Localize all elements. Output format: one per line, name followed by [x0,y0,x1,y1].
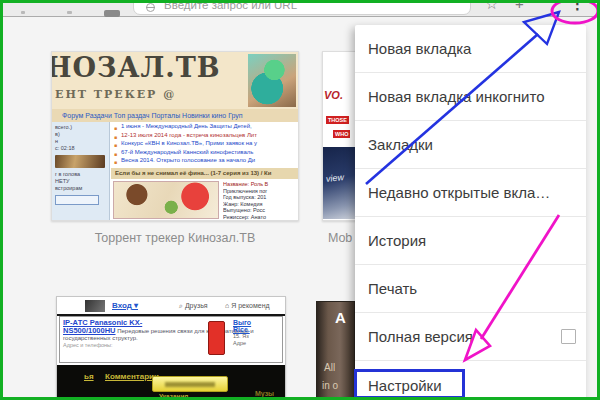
sidebar-line: встроирам [55,185,106,192]
menu-item-label: Новая вкладка [368,40,471,57]
ad-right-text: 15. Яз [233,333,279,340]
settings-highlight-box [354,369,465,399]
news-line: ■12-13 июля 2014 года - встреча кинозаль… [111,131,298,140]
mobile-photo: view [323,147,356,219]
home-icon[interactable] [104,10,120,17]
music-button [152,376,228,392]
dark-tile-letter: A [335,309,346,326]
music-link: ья [84,372,94,381]
feature-title: Если бы я не снимал её фина... (1-7 сери… [111,168,298,179]
toolbar-stub-icon [67,11,72,14]
ad-right-link: Выго [233,319,279,326]
meta-line: Режиссер: Анато [223,214,297,221]
news-line: ■Весна 2014. Открыто голосование за нача… [111,156,298,165]
sidebar-line: н [55,138,106,145]
meta-line: Название: Роль В [223,181,297,188]
comments-link: Комментарии [105,372,159,381]
menu-item-label: Новая вкладка инкогнито [368,88,544,105]
menu-item-new-tab[interactable]: Новая вкладка [355,25,586,73]
checkbox[interactable] [561,329,576,344]
ad-right-link: Rice. [233,326,279,333]
phone-image [208,321,225,355]
speed-dial-tile-dark[interactable]: A All in o [316,301,355,400]
dark-tile-text: in o [322,380,338,391]
address-bar[interactable]: Введите запрос или URL [133,0,471,15]
menu-item-recent-tabs[interactable]: Недавно открытые вкла… [355,169,586,217]
browser-menu: Новая вкладка Новая вкладка инкогнито За… [355,25,586,400]
speed-dial-tile-music[interactable]: Вход ▾ ⌕ Друзья ⌂ Я рекоменд IP-АТС Pana… [56,296,286,400]
news-line: ■67-й Международный Каннский кинофестива… [111,148,298,157]
menu-item-label: Печать [368,280,417,297]
kinozal-header-photo [248,54,296,107]
sidebar-line: с: 02:18 [55,145,106,152]
sidebar-line: в) [55,131,106,138]
sidebar-line: всего.) [55,124,106,131]
menu-item-desktop-version[interactable]: Полная версия [355,313,586,361]
sidebar-line: НЕТУ [55,178,106,185]
address-placeholder: Введите запрос или URL [164,0,297,11]
login-link: Вход ▾ [112,301,138,310]
menu-item-new-incognito-tab[interactable]: Новая вкладка инкогнито [355,73,586,121]
movie-meta: Название: Роль В Приключения пог Год вып… [223,181,297,221]
browser-window: Введите запрос или URL ☆ + ⋮ НОЗАЛ.ТВ ЕН… [0,0,600,400]
mobile-brand: VO. [324,89,343,101]
tile-caption-mobile: Mob [328,231,355,245]
ad-banner: IP-АТС Panasonic KX-NS500/1000HU Передов… [59,316,283,363]
globe-icon [146,3,155,12]
friends-link: ⌕ Друзья [179,302,208,310]
ad-right-column: Выго Rice. 15. Яз Адре [233,319,279,347]
kinozal-logo: НОЗАЛ.ТВ [52,52,221,83]
music-content: ья Комментарии Указания Музы [57,365,285,400]
menu-item-label: Полная версия [368,328,473,345]
ad-right-text: Адре [233,340,279,347]
dark-tile-text: All [324,362,335,373]
music-link: Указания [159,393,188,400]
mobile-badge: THOSE [326,116,349,124]
menu-item-bookmarks[interactable]: Закладки [355,121,586,169]
speed-dial-tile-kinozal[interactable]: НОЗАЛ.ТВ ЕНТ ТРЕКЕР @ Форум Раздачи Топ … [51,51,299,221]
avatar [85,300,105,312]
home-icon: ⌂ [225,302,229,309]
menu-dots-icon[interactable]: ⋮ [570,3,582,16]
meta-line: Год выпуска: 201 [223,194,297,201]
meta-line: Жанр: Комедия [223,201,297,208]
news-line: ■Конкурс «КВН в Кинозал.ТВ», Прими заяво… [111,139,298,148]
mobile-view-label: view [326,172,345,184]
movie-poster [113,181,219,219]
toolbar-stub-icon [21,11,25,14]
caret-icon: ▾ [134,301,138,310]
kinozal-navbar: Форум Раздачи Топ раздач Порталы Новинки… [52,109,298,122]
search-icon: ⌕ [179,302,183,309]
menu-item-history[interactable]: История [355,217,586,265]
add-icon[interactable]: + [515,3,527,16]
music-link: Музы [255,390,274,397]
mobile-badge: WHO [333,130,350,138]
bullet-icon: ■ [114,158,117,167]
kinozal-news: ■1 июня - Международный День Защиты Дете… [111,122,298,220]
sidebar-banner [55,155,105,168]
news-line: ■1 июня - Международный День Защиты Дете… [111,122,298,131]
meta-line: Приключения пог [223,188,297,195]
tile-caption-kinozal: Торрент трекер Кинозал.ТВ [51,231,299,245]
sidebar-box [55,195,99,205]
recommend-link: ⌂ Я рекоменд [225,302,270,309]
meta-line: Выпущено: Росс [223,207,297,214]
kinozal-header: НОЗАЛ.ТВ ЕНТ ТРЕКЕР @ [52,52,298,109]
sidebar-line: г в голова [55,171,106,178]
kinozal-tagline: ЕНТ ТРЕКЕР @ [55,88,176,101]
menu-item-label: История [368,232,426,249]
menu-item-label: Недавно открытые вкла… [368,184,550,201]
menu-item-label: Закладки [368,136,433,153]
kinozal-sidebar: всего.) в) н с: 02:18 г в голова НЕТУ вс… [52,122,110,220]
bookmark-star-icon[interactable]: ☆ [485,3,501,16]
menu-item-print[interactable]: Печать [355,265,586,313]
browser-toolbar: Введите запрос или URL ☆ + ⋮ [3,3,597,17]
music-topbar: Вход ▾ ⌕ Друзья ⌂ Я рекоменд [57,297,285,314]
